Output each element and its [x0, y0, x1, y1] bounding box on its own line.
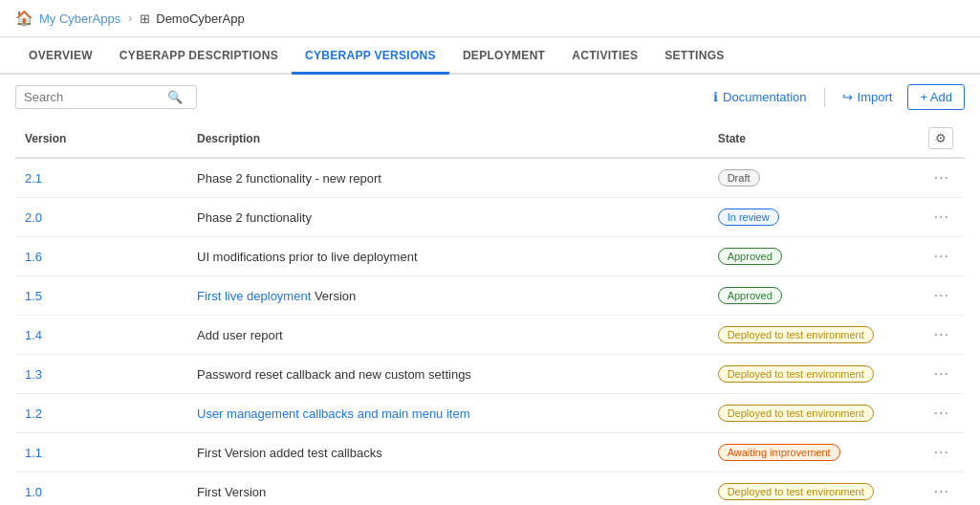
description-link[interactable]: item — [446, 406, 470, 421]
home-icon: 🏠 — [15, 10, 33, 27]
description-text: Phase 2 functionality - new report — [187, 158, 708, 198]
state-badge: Deployed to test environment — [718, 365, 874, 383]
breadcrumb-current: DemoCyberApp — [156, 11, 245, 26]
version-link[interactable]: 1.4 — [25, 328, 42, 342]
more-actions-button[interactable]: ··· — [928, 481, 955, 502]
tab-overview[interactable]: OVERVIEW — [15, 37, 106, 75]
table-row: 1.6UI modifications prior to live deploy… — [15, 237, 965, 276]
col-header-description: Description — [187, 120, 708, 158]
tab-activities[interactable]: ACTIVITIES — [558, 37, 651, 75]
description-link[interactable]: management — [227, 406, 299, 421]
description-link[interactable]: callbacks — [303, 406, 354, 421]
version-link[interactable]: 1.2 — [25, 406, 42, 421]
col-header-actions: ⚙ — [919, 120, 965, 158]
col-header-version: Version — [15, 120, 187, 158]
state-badge: Deployed to test environment — [718, 326, 874, 343]
state-badge: Deployed to test environment — [718, 405, 874, 422]
state-badge: Approved — [718, 248, 782, 265]
apps-icon: ⊞ — [140, 11, 150, 26]
import-label: Import — [858, 90, 893, 104]
tab-cyberapp-descriptions[interactable]: CYBERAPP DESCRIPTIONS — [106, 37, 292, 75]
import-button[interactable]: ↪ Import — [835, 85, 901, 109]
versions-table-container: Version Description State ⚙ 2.1Phase 2 f… — [0, 120, 980, 505]
table-row: 1.1First Version added test callbacksAwa… — [15, 433, 965, 472]
version-link[interactable]: 2.0 — [25, 210, 42, 225]
state-badge: Awaiting improvement — [718, 444, 840, 461]
description-text: Password reset callback and new custom s… — [187, 355, 708, 394]
search-box: 🔍 — [15, 85, 197, 109]
more-actions-button[interactable]: ··· — [928, 442, 955, 463]
gear-settings-button[interactable]: ⚙ — [928, 127, 953, 149]
table-row: 1.3Password reset callback and new custo… — [15, 355, 965, 394]
more-actions-button[interactable]: ··· — [928, 285, 955, 306]
versions-table: Version Description State ⚙ 2.1Phase 2 f… — [15, 120, 965, 505]
add-button[interactable]: + Add — [907, 84, 965, 110]
nav-tabs: OVERVIEW CYBERAPP DESCRIPTIONS CYBERAPP … — [0, 37, 980, 75]
version-link[interactable]: 1.6 — [25, 250, 42, 264]
table-row: 1.5First live deployment VersionApproved… — [15, 276, 965, 316]
search-input[interactable] — [24, 90, 167, 104]
description-link[interactable]: main — [381, 406, 408, 421]
more-actions-button[interactable]: ··· — [928, 363, 955, 384]
description-text: First Version added test callbacks — [187, 433, 708, 472]
tab-cyberapp-versions[interactable]: CYBERAPP VERSIONS — [292, 37, 449, 75]
description-text: UI modifications prior to live deploymen… — [187, 237, 708, 276]
info-icon: ℹ — [713, 90, 718, 104]
table-header-row: Version Description State ⚙ — [15, 120, 965, 158]
description-link[interactable]: menu — [412, 406, 444, 421]
search-icon[interactable]: 🔍 — [167, 90, 183, 104]
table-row: 2.1Phase 2 functionality - new reportDra… — [15, 158, 965, 198]
description-link[interactable]: deployment — [247, 289, 311, 303]
more-actions-button[interactable]: ··· — [928, 403, 955, 424]
description-text: Phase 2 functionality — [187, 198, 708, 237]
tab-deployment[interactable]: DEPLOYMENT — [449, 37, 558, 75]
breadcrumb-separator: › — [128, 11, 132, 25]
state-badge: Deployed to test environment — [718, 483, 874, 500]
add-label: + Add — [920, 90, 952, 104]
version-link[interactable]: 1.0 — [25, 485, 42, 499]
col-header-state: State — [708, 120, 919, 158]
table-row: 1.0First VersionDeployed to test environ… — [15, 472, 965, 506]
documentation-label: Documentation — [723, 90, 806, 104]
toolbar: 🔍 ℹ Documentation ↪ Import + Add — [0, 75, 980, 120]
more-actions-button[interactable]: ··· — [928, 246, 955, 267]
more-actions-button[interactable]: ··· — [928, 207, 955, 228]
table-row: 2.0Phase 2 functionalityIn review··· — [15, 198, 965, 237]
version-link[interactable]: 1.1 — [25, 446, 42, 460]
more-actions-button[interactable]: ··· — [928, 167, 955, 188]
version-link[interactable]: 1.3 — [25, 367, 42, 382]
import-icon: ↪ — [842, 90, 853, 104]
version-link[interactable]: 1.5 — [25, 289, 42, 303]
table-row: 1.4Add user reportDeployed to test envir… — [15, 316, 965, 355]
version-link[interactable]: 2.1 — [25, 171, 42, 186]
state-badge: In review — [718, 209, 779, 226]
description-link[interactable]: User — [197, 406, 223, 421]
description-link[interactable]: First — [197, 289, 221, 303]
description-text: User management callbacks and main menu … — [197, 406, 470, 421]
breadcrumb-home-link[interactable]: My CyberApps — [39, 11, 120, 26]
description-text: First live deployment Version — [197, 289, 356, 303]
documentation-button[interactable]: ℹ Documentation — [706, 85, 814, 109]
description-link[interactable]: and — [358, 406, 379, 421]
description-text: First Version — [187, 472, 708, 506]
state-badge: Approved — [718, 287, 782, 304]
more-actions-button[interactable]: ··· — [928, 324, 955, 345]
description-link[interactable]: live — [225, 289, 244, 303]
tab-settings[interactable]: SETTINGS — [651, 37, 737, 75]
divider — [824, 88, 825, 107]
breadcrumb: 🏠 My CyberApps › ⊞ DemoCyberApp — [0, 0, 980, 37]
state-badge: Draft — [718, 169, 760, 187]
description-text: Add user report — [187, 316, 708, 355]
table-row: 1.2User management callbacks and main me… — [15, 394, 965, 433]
toolbar-right: ℹ Documentation ↪ Import + Add — [706, 84, 965, 110]
